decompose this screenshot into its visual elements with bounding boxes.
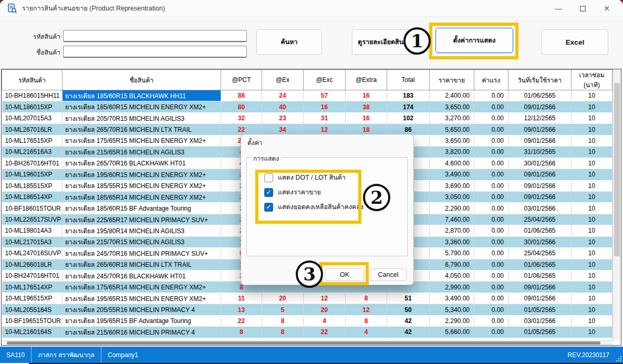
price-date-cell[interactable]: 01/06/2565 (508, 225, 572, 236)
product-name-cell[interactable]: ยางเรเดียล 195/65R15 MICHELIN ENERGY XM2… (63, 293, 221, 304)
exc-cell[interactable]: 12 (304, 293, 346, 304)
table-row[interactable]: 10-ML196515XPยางเรเดียล 195/65R15 MICHEL… (2, 293, 612, 304)
product-code-cell[interactable]: 10-ML217015A3 (2, 236, 63, 247)
price-date-cell[interactable]: 09/01/2566 (508, 169, 572, 180)
price-date-cell[interactable]: 09/01/2566 (508, 191, 572, 202)
table-row[interactable]: 10-BH186015HH11ยางเรเดียล 185/60R15 BLAC… (2, 90, 612, 101)
product-code-cell[interactable]: 10-ML196015XP (2, 169, 63, 180)
product-code-input[interactable] (63, 30, 247, 42)
price-cell[interactable]: 3,050.00 (430, 191, 474, 202)
extra-cell[interactable]: 8 (346, 293, 387, 304)
checkbox-unchecked-icon[interactable] (264, 173, 273, 182)
price-cell[interactable]: 2,290.00 (430, 203, 474, 214)
labor-cell[interactable]: 0.00 (474, 315, 508, 326)
labor-cell[interactable]: 0.00 (474, 236, 508, 247)
repair-time-cell[interactable]: 10 (572, 112, 612, 123)
product-name-cell[interactable]: ยางเรเดียล 225/65R17 MICHELIN PRIMACY SU… (63, 214, 221, 225)
product-name-cell[interactable]: ยางเรเดียล 185/60R15 BLACKHAWK HH11 (63, 90, 221, 101)
checkbox-row[interactable]: ✓แสดงยอดคงเหลือสินค้าคงคลัง (264, 202, 364, 212)
repair-time-cell[interactable]: 10 (572, 327, 612, 338)
repair-time-cell[interactable]: 10 (572, 147, 612, 158)
price-date-cell[interactable]: 12/12/2565 (508, 112, 572, 123)
exc-cell[interactable]: 4 (304, 315, 346, 326)
total-cell[interactable]: 42 (387, 327, 430, 338)
product-code-cell[interactable]: 10-ML176514XP (2, 282, 63, 293)
price-date-cell[interactable]: 30/01/2566 (508, 158, 572, 169)
column-header[interactable]: ชื่อสินค้า (63, 70, 221, 90)
product-code-cell[interactable]: 10-ML216516A3 (2, 147, 63, 158)
ex-cell[interactable]: 5 (262, 304, 304, 315)
labor-cell[interactable]: 0.00 (474, 259, 508, 270)
exc-cell[interactable]: 16 (304, 101, 346, 112)
repair-time-cell[interactable]: 10 (572, 214, 612, 225)
labor-cell[interactable]: 0.00 (474, 304, 508, 315)
pct-cell[interactable]: 11 (221, 293, 262, 304)
labor-cell[interactable]: 0.00 (474, 225, 508, 236)
price-cell[interactable]: 3,690.00 (430, 180, 474, 191)
product-code-cell[interactable]: 10-BH186015HH11 (2, 90, 63, 101)
product-name-cell[interactable]: ยางเรเดียล 215/70R15 MICHELIN AGILIS3 (63, 236, 221, 247)
product-name-cell[interactable]: ยางเรเดียล 265/70R16 BLACKHAWK HT01 (63, 158, 221, 169)
price-date-cell[interactable]: 31/10/2565 (508, 147, 572, 158)
table-row[interactable]: 10-BF196515TOURยางเรเดียล 195/65R15 BF A… (2, 315, 612, 326)
price-cell[interactable]: 4,600.00 (430, 158, 474, 169)
price-date-cell[interactable]: 03/01/2566 (508, 203, 572, 214)
price-cell[interactable]: 6,790.00 (430, 259, 474, 270)
product-code-cell[interactable]: 10-ML247016SUVP (2, 248, 63, 259)
pct-cell[interactable]: 86 (221, 90, 262, 101)
extra-cell[interactable]: 16 (346, 112, 387, 123)
product-name-input[interactable] (63, 46, 247, 58)
labor-cell[interactable]: 0.00 (474, 147, 508, 158)
ex-cell[interactable]: 40 (262, 101, 304, 112)
close-button[interactable]: ✕ (595, 0, 619, 17)
extra-cell[interactable]: 12 (346, 304, 387, 315)
pct-cell[interactable]: 22 (221, 315, 262, 326)
labor-cell[interactable]: 0.00 (474, 101, 508, 112)
price-cell[interactable]: 3,650.00 (430, 135, 474, 146)
price-cell[interactable]: 2,400.00 (430, 90, 474, 101)
minimize-button[interactable]: — (546, 0, 570, 17)
product-name-cell[interactable]: ยางเรเดียล 175/65R15 MICHELIN ENERGY XM2… (63, 135, 221, 146)
price-cell[interactable]: 2,990.00 (430, 282, 474, 293)
repair-time-cell[interactable]: 10 (572, 315, 612, 326)
product-code-cell[interactable]: 10-ML207015A3 (2, 112, 63, 123)
column-header[interactable]: @Exc (304, 70, 346, 90)
price-date-cell[interactable]: 01/06/2565 (508, 90, 572, 101)
price-cell[interactable]: 3,270.00 (430, 112, 474, 123)
product-name-cell[interactable]: ยางเรเดียล 265/70R16 MICHELIN LTX TRAIL (63, 124, 221, 135)
price-cell[interactable]: 5,650.00 (430, 124, 474, 135)
pct-cell[interactable]: 8 (221, 327, 262, 338)
total-cell[interactable]: 50 (387, 304, 430, 315)
exc-cell[interactable]: 57 (304, 90, 346, 101)
labor-cell[interactable]: 0.00 (474, 124, 508, 135)
column-header[interactable]: @PCT (221, 70, 262, 90)
column-header[interactable]: เวลาซ่อม (นาที) (572, 70, 612, 90)
repair-time-cell[interactable]: 10 (572, 90, 612, 101)
exc-cell[interactable]: 31 (304, 112, 346, 123)
checkbox-row[interactable]: แสดง DOT / LOT สินค้า (264, 173, 346, 182)
horizontal-scrollbar[interactable] (2, 340, 613, 345)
product-code-cell[interactable]: 10-ML186015XP (2, 101, 63, 112)
product-name-cell[interactable]: ยางเรเดียล 205/70R15 MICHELIN AGILIS3 (63, 112, 221, 123)
price-cell[interactable]: 3,490.00 (430, 169, 474, 180)
ex-cell[interactable]: 20 (262, 293, 304, 304)
excel-button[interactable]: Excel (542, 29, 608, 55)
labor-cell[interactable]: 0.00 (474, 191, 508, 202)
table-row[interactable]: 10-ML186015XPยางเรเดียล 185/60R15 MICHEL… (2, 101, 612, 112)
repair-time-cell[interactable]: 10 (572, 271, 612, 282)
price-date-cell[interactable]: 09/01/2566 (508, 135, 572, 146)
price-cell[interactable]: 5,340.00 (430, 304, 474, 315)
price-date-cell[interactable]: 09/01/2566 (508, 282, 572, 293)
resize-grip[interactable] (615, 355, 621, 361)
table-row[interactable]: 10-ML207015A3ยางเรเดียล 205/70R15 MICHEL… (2, 112, 612, 123)
repair-time-cell[interactable]: 10 (572, 236, 612, 247)
pct-cell[interactable]: 32 (221, 112, 262, 123)
ex-cell[interactable]: 8 (262, 315, 304, 326)
extra-cell[interactable]: 38 (346, 101, 387, 112)
column-header[interactable]: ราคาขาย (430, 70, 474, 90)
product-name-cell[interactable]: ยางเรเดียล 215/65R16 MICHELIN AGILIS3 (63, 147, 221, 158)
repair-time-cell[interactable]: 10 (572, 248, 612, 259)
ok-button[interactable]: OK (325, 268, 364, 281)
price-date-cell[interactable]: 09/01/2566 (508, 293, 572, 304)
ex-cell[interactable]: 24 (262, 90, 304, 101)
